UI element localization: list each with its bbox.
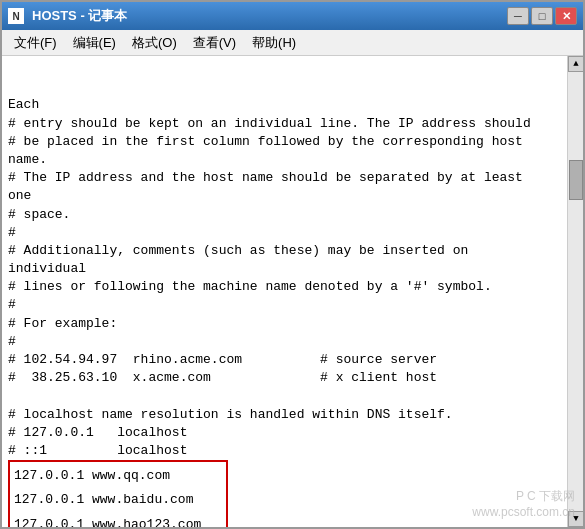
- minimize-button[interactable]: ─: [507, 7, 529, 25]
- content-area: Each # entry should be kept on an indivi…: [2, 56, 583, 527]
- scroll-track[interactable]: [568, 72, 583, 511]
- menu-view[interactable]: 查看(V): [185, 32, 244, 54]
- title-bar: N HOSTS - 记事本 ─ □ ✕: [2, 2, 583, 30]
- menu-help[interactable]: 帮助(H): [244, 32, 304, 54]
- window-controls: ─ □ ✕: [507, 7, 577, 25]
- scroll-down-button[interactable]: ▼: [568, 511, 583, 527]
- menu-format[interactable]: 格式(O): [124, 32, 185, 54]
- vertical-scrollbar[interactable]: ▲ ▼: [567, 56, 583, 527]
- menu-bar: 文件(F) 编辑(E) 格式(O) 查看(V) 帮助(H): [2, 30, 583, 56]
- scroll-thumb[interactable]: [569, 160, 583, 200]
- highlighted-entries-box: 127.0.0.1 www.qq.com127.0.0.1 www.baidu.…: [8, 460, 228, 527]
- menu-edit[interactable]: 编辑(E): [65, 32, 124, 54]
- hosts-entry-2: 127.0.0.1 www.hao123.com: [10, 513, 226, 528]
- hosts-entry-0: 127.0.0.1 www.qq.com: [10, 464, 226, 488]
- main-window: N HOSTS - 记事本 ─ □ ✕ 文件(F) 编辑(E) 格式(O) 查看…: [0, 0, 585, 529]
- normal-content: Each # entry should be kept on an indivi…: [8, 96, 561, 460]
- hosts-entry-1: 127.0.0.1 www.baidu.com: [10, 488, 226, 512]
- menu-file[interactable]: 文件(F): [6, 32, 65, 54]
- title-bar-text: N HOSTS - 记事本: [8, 7, 127, 25]
- text-editor[interactable]: Each # entry should be kept on an indivi…: [2, 56, 567, 527]
- close-button[interactable]: ✕: [555, 7, 577, 25]
- scroll-up-button[interactable]: ▲: [568, 56, 583, 72]
- maximize-button[interactable]: □: [531, 7, 553, 25]
- app-icon: N: [8, 8, 24, 24]
